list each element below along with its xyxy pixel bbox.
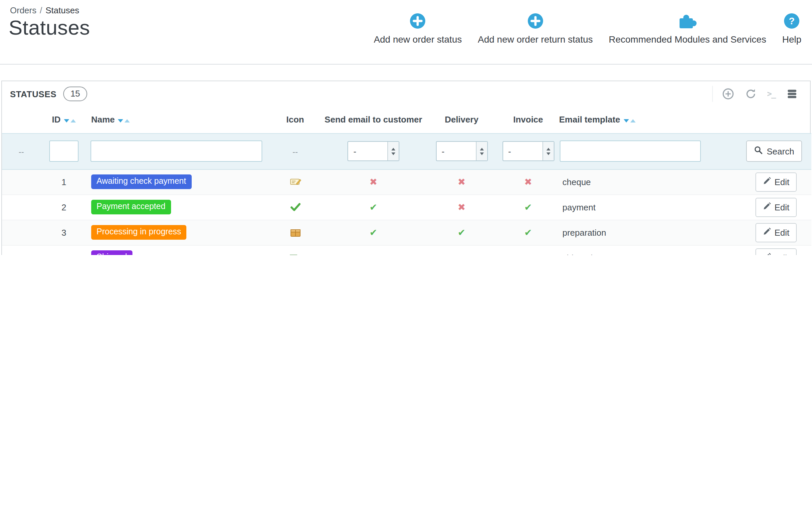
- email-template-filter-input[interactable]: [560, 140, 701, 162]
- cross-mark-icon: ✖: [500, 169, 556, 194]
- check-mark-icon: ✔: [323, 194, 423, 220]
- table-row: 2 Payment accepted ✔ ✖ ✔ payment Edit: [2, 194, 811, 220]
- check-mark-icon: ✔: [500, 220, 556, 245]
- column-header-actions: [746, 107, 811, 133]
- add-new-order-return-status-button[interactable]: Add new order return status: [478, 12, 593, 45]
- check-mark-icon: ✔: [500, 245, 556, 255]
- check-mark-icon: ✔: [423, 245, 500, 255]
- row-select-cell: [2, 169, 40, 194]
- edit-button[interactable]: Edit: [755, 172, 797, 191]
- add-circle-icon: [527, 12, 544, 30]
- add-new-order-status-label: Add new order status: [374, 34, 462, 45]
- breadcrumb: Orders/Statuses: [10, 5, 79, 15]
- column-header-name[interactable]: Name: [87, 107, 267, 133]
- add-circle-icon: [409, 12, 426, 30]
- cheque-icon: [289, 176, 301, 186]
- column-header-delivery: Delivery: [423, 107, 500, 133]
- package-icon: [289, 227, 301, 237]
- recommended-modules-button[interactable]: Recommended Modules and Services: [609, 12, 766, 45]
- help-button[interactable]: ? Help: [782, 12, 801, 45]
- sort-carets-icon: [624, 115, 636, 125]
- check-mark-icon: ✔: [500, 194, 556, 220]
- email-template-value: cheque: [556, 169, 746, 194]
- select-arrows-icon: [387, 142, 399, 161]
- statuses-count-badge: 15: [63, 87, 88, 101]
- table-row: 1 Awaiting check payment ✖ ✖ ✖ cheque Ed…: [2, 169, 811, 194]
- recommended-modules-label: Recommended Modules and Services: [609, 34, 766, 45]
- cross-mark-icon: ✖: [423, 169, 500, 194]
- sql-manager-icon[interactable]: [786, 88, 798, 100]
- breadcrumb-current: Statuses: [46, 5, 79, 15]
- cross-mark-icon: ✖: [423, 194, 500, 220]
- truck-icon: [289, 252, 301, 255]
- filter-select-placeholder: --: [2, 133, 40, 169]
- terminal-icon[interactable]: >_: [767, 89, 775, 98]
- name-filter-input[interactable]: [90, 140, 262, 162]
- search-button[interactable]: Search: [746, 140, 802, 162]
- status-id: 2: [40, 194, 87, 220]
- status-id: 4: [40, 245, 87, 255]
- select-arrows-icon: [542, 142, 553, 161]
- email-template-value: shipped: [556, 245, 746, 255]
- help-label: Help: [782, 34, 801, 45]
- cross-mark-icon: ✖: [323, 169, 423, 194]
- panel-title: STATUSES: [10, 89, 57, 99]
- table-row: 4 Shipped ✔ ✔ ✔ shipped Edit: [2, 245, 811, 255]
- terminal-glyph: >_: [767, 89, 775, 98]
- svg-text:?: ?: [789, 16, 795, 26]
- status-id: 3: [40, 220, 87, 245]
- email-template-value: payment: [556, 194, 746, 220]
- filter-icon-placeholder: --: [267, 133, 323, 169]
- select-arrows-icon: [475, 142, 487, 161]
- column-header-icon: Icon: [267, 107, 323, 133]
- invoice-filter-select[interactable]: -: [502, 141, 554, 161]
- email-template-value: preparation: [556, 220, 746, 245]
- table-filter-row: -- -- - - -: [2, 133, 811, 169]
- add-new-order-return-status-label: Add new order return status: [478, 34, 593, 45]
- edit-button[interactable]: Edit: [755, 223, 797, 242]
- table-row: 3 Processing in progress ✔ ✔ ✔ preparati…: [2, 220, 811, 245]
- send-email-filter-select[interactable]: -: [347, 141, 399, 161]
- column-header-invoice: Invoice: [500, 107, 556, 133]
- status-id: 1: [40, 169, 87, 194]
- add-new-order-status-button[interactable]: Add new order status: [374, 12, 462, 45]
- row-select-cell: [2, 245, 40, 255]
- sort-carets-icon: [64, 115, 76, 125]
- status-badge: Processing in progress: [91, 225, 186, 240]
- header-actions: Add new order status Add new order retur…: [374, 12, 801, 45]
- add-icon[interactable]: [722, 88, 734, 100]
- breadcrumb-orders[interactable]: Orders: [10, 5, 36, 15]
- pencil-icon: [762, 202, 771, 213]
- refresh-icon[interactable]: [745, 88, 756, 100]
- status-badge: Payment accepted: [91, 200, 171, 215]
- table-header-row: ID Name Icon Send email to customer Deli…: [2, 107, 811, 133]
- statuses-table: ID Name Icon Send email to customer Deli…: [2, 107, 811, 255]
- panel-toolbar: >_: [712, 86, 802, 102]
- page: Orders/Statuses Statuses Add new order s…: [0, 0, 812, 255]
- sort-carets-icon: [118, 115, 130, 125]
- check-mark-icon: ✔: [323, 245, 423, 255]
- status-table-body: 1 Awaiting check payment ✖ ✖ ✖ cheque Ed…: [2, 169, 811, 255]
- row-select-cell: [2, 220, 40, 245]
- page-header: Orders/Statuses Statuses Add new order s…: [0, 0, 812, 64]
- column-header-send-email: Send email to customer: [323, 107, 423, 133]
- statuses-panel: STATUSES 15 >_: [1, 81, 811, 255]
- delivery-filter-select[interactable]: -: [436, 141, 488, 161]
- edit-button[interactable]: Edit: [755, 248, 797, 255]
- column-header-select: [2, 107, 40, 133]
- edit-button[interactable]: Edit: [755, 197, 797, 217]
- pencil-icon: [762, 252, 771, 255]
- panel-header: STATUSES 15 >_: [2, 81, 810, 107]
- id-filter-input[interactable]: [49, 140, 79, 162]
- status-badge: Shipped: [91, 251, 133, 255]
- column-header-email-template[interactable]: Email template: [556, 107, 746, 133]
- column-header-id[interactable]: ID: [40, 107, 87, 133]
- pencil-icon: [762, 227, 771, 238]
- breadcrumb-separator: /: [39, 5, 42, 15]
- payment-accepted-icon: [289, 201, 301, 211]
- page-title: Statuses: [9, 16, 90, 40]
- help-icon: ?: [783, 12, 800, 30]
- row-select-cell: [2, 194, 40, 220]
- check-mark-icon: ✔: [423, 220, 500, 245]
- search-icon: [754, 146, 763, 157]
